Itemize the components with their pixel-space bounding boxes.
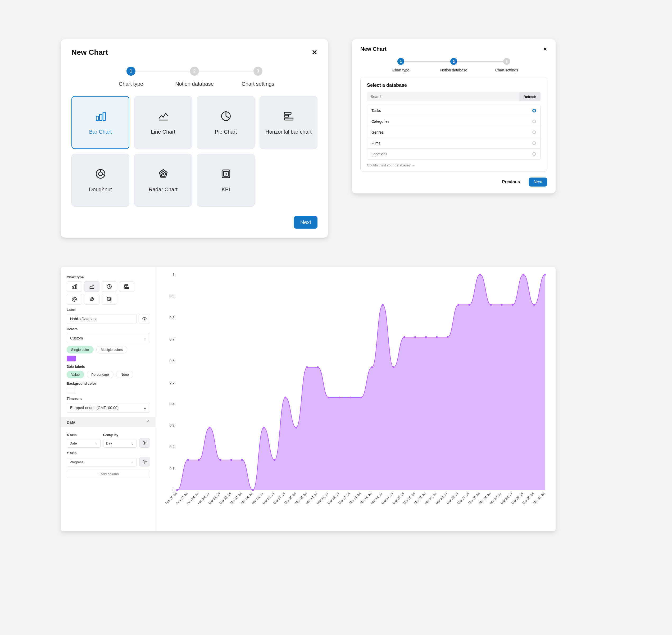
mini-type-kpi[interactable]: 9 xyxy=(102,294,117,305)
section-label: Colors xyxy=(67,327,150,331)
database-row-films[interactable]: Films xyxy=(367,137,540,149)
database-row-locations[interactable]: Locations xyxy=(367,149,540,159)
svg-point-60 xyxy=(349,397,351,398)
svg-marker-25 xyxy=(90,298,93,300)
group-by-select[interactable]: Day⌄ xyxy=(103,439,137,448)
step-label: Chart type xyxy=(392,68,410,72)
line-icon xyxy=(157,110,169,122)
search-input[interactable] xyxy=(367,92,519,101)
step-chart-type: 1Chart type xyxy=(374,58,427,72)
chevron-down-icon: ⌄ xyxy=(131,460,134,464)
mini-type-doughnut[interactable] xyxy=(67,294,82,305)
add-column-button[interactable]: + Add column xyxy=(67,469,150,478)
section-label: Data labels xyxy=(67,365,150,369)
database-hint-link[interactable]: Couldn't find your database? → xyxy=(367,163,541,167)
svg-point-8 xyxy=(99,172,102,176)
database-name: Genres xyxy=(371,130,384,134)
step-chart-settings: 3Chart settings xyxy=(480,58,533,72)
mini-type-line[interactable] xyxy=(84,281,100,292)
svg-point-74 xyxy=(501,304,503,306)
svg-point-31 xyxy=(144,442,146,444)
database-select-panel: Select a database Refresh TasksCategorie… xyxy=(360,77,547,172)
step-dot: 3 xyxy=(503,58,510,65)
svg-point-47 xyxy=(209,427,211,429)
step-notion-database: 2Notion database xyxy=(427,58,480,72)
close-icon[interactable]: ✕ xyxy=(543,46,547,52)
step-label: Chart settings xyxy=(242,81,274,87)
svg-rect-1 xyxy=(100,114,102,121)
data-section-header[interactable]: Data⌃ xyxy=(61,417,156,427)
svg-text:1: 1 xyxy=(173,272,175,277)
data-label-value[interactable]: Value xyxy=(67,371,84,378)
database-row-tasks[interactable]: Tasks xyxy=(367,105,540,116)
mini-type-pie[interactable] xyxy=(102,281,117,292)
previous-button[interactable]: Previous xyxy=(497,177,525,187)
x-axis-select[interactable]: Date⌄ xyxy=(67,439,101,448)
svg-point-71 xyxy=(468,304,470,306)
svg-point-56 xyxy=(306,367,308,368)
doughnut-icon xyxy=(95,168,106,180)
mini-type-radar[interactable] xyxy=(84,294,100,305)
database-row-genres[interactable]: Genres xyxy=(367,127,540,137)
next-button[interactable]: Next xyxy=(294,216,318,228)
data-label-none[interactable]: None xyxy=(116,371,133,378)
field-label: X axis xyxy=(67,433,101,437)
stepper: 1Chart type2Notion database3Chart settin… xyxy=(71,67,318,87)
multiple-colors-pill[interactable]: Multiple colors xyxy=(96,346,127,353)
data-label-percentage[interactable]: Percentage xyxy=(87,371,113,378)
step-dot: 1 xyxy=(397,58,404,65)
chart-type-kpi[interactable]: 9KPI xyxy=(197,154,255,206)
chart-label-input[interactable] xyxy=(67,314,137,324)
chart-type-pie[interactable]: Pie Chart xyxy=(197,96,255,149)
visibility-toggle[interactable] xyxy=(139,314,150,324)
colors-select[interactable]: Custom⌄ xyxy=(67,333,150,343)
radio-icon xyxy=(532,130,536,134)
svg-point-70 xyxy=(457,304,459,306)
svg-rect-20 xyxy=(125,286,127,287)
chart-type-radar[interactable]: Radar Chart xyxy=(134,154,192,206)
chart-type-hbar[interactable]: Horizontal bar chart xyxy=(260,96,318,149)
step-chart-type: 1Chart type xyxy=(99,67,163,87)
svg-point-67 xyxy=(425,336,427,338)
chart-type-line[interactable]: Line Chart xyxy=(134,96,192,149)
svg-point-63 xyxy=(382,304,384,306)
step-dot: 2 xyxy=(190,67,199,76)
tile-label: Doughnut xyxy=(89,187,112,193)
chart-type-doughnut[interactable]: Doughnut xyxy=(71,154,129,206)
radio-icon xyxy=(532,152,536,156)
svg-marker-10 xyxy=(160,171,165,176)
svg-point-73 xyxy=(490,304,492,306)
axis-settings-button[interactable] xyxy=(139,438,150,448)
svg-point-58 xyxy=(328,397,330,398)
database-row-categories[interactable]: Categories xyxy=(367,116,540,127)
svg-text:0.8: 0.8 xyxy=(169,316,175,320)
svg-point-78 xyxy=(544,273,546,276)
step-notion-database: 2Notion database xyxy=(163,67,226,87)
refresh-button[interactable]: Refresh xyxy=(519,92,541,101)
settings-sidebar: Chart type 9 Label Colors Custom⌄ Single… xyxy=(61,267,156,531)
svg-point-48 xyxy=(220,459,221,461)
mini-type-hbar[interactable] xyxy=(119,281,134,292)
svg-rect-4 xyxy=(284,112,291,114)
next-button[interactable]: Next xyxy=(529,177,547,187)
y-axis-select[interactable]: Progress⌄ xyxy=(67,458,137,466)
svg-point-65 xyxy=(404,336,405,338)
section-label: Background color xyxy=(67,381,150,386)
close-icon[interactable]: ✕ xyxy=(312,48,318,57)
mini-type-bar[interactable] xyxy=(67,281,82,292)
chart-type-bar[interactable]: Bar Chart xyxy=(71,96,129,149)
section-label: Chart type xyxy=(67,275,150,279)
chevron-down-icon: ⌄ xyxy=(144,336,147,340)
line-chart: 00.10.20.30.40.50.60.70.80.91Feb 26, 24F… xyxy=(164,272,548,517)
svg-point-46 xyxy=(198,459,200,461)
axis-settings-button[interactable] xyxy=(139,457,150,466)
radar-icon xyxy=(157,168,169,180)
chart-preview: 00.10.20.30.40.50.60.70.80.91Feb 26, 24F… xyxy=(156,267,556,531)
timezone-select[interactable]: Europe/London (GMT+00:00)⌄ xyxy=(67,403,150,413)
svg-text:0.4: 0.4 xyxy=(169,402,175,406)
step-label: Notion database xyxy=(175,81,214,87)
color-swatch[interactable] xyxy=(67,356,76,362)
bg-swatch[interactable] xyxy=(67,388,76,393)
single-color-pill[interactable]: Single color xyxy=(67,346,94,353)
svg-point-32 xyxy=(144,461,146,462)
